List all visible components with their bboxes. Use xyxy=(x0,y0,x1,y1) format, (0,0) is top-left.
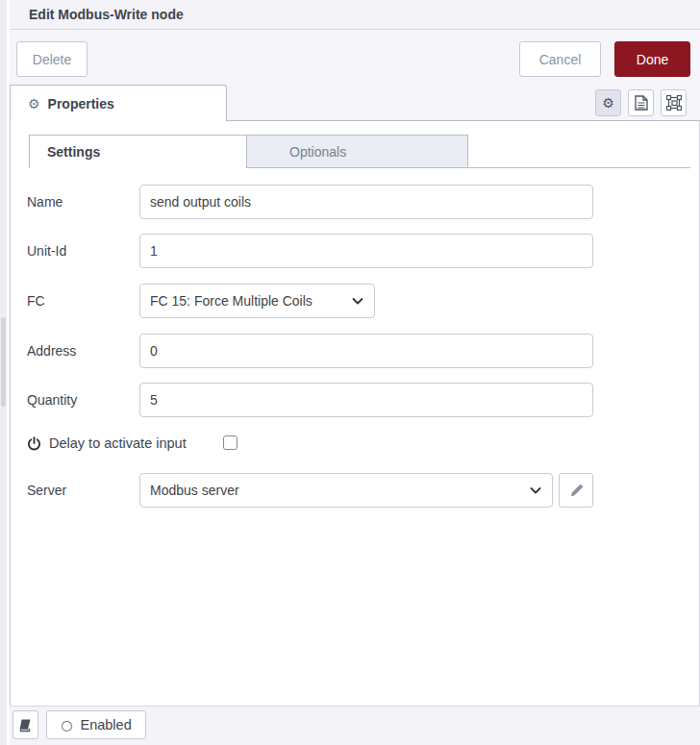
delay-label: Delay to activate input xyxy=(49,435,187,451)
left-scrollbar-track[interactable] xyxy=(0,0,7,745)
object-group-icon xyxy=(666,95,682,111)
left-scrollbar-thumb[interactable] xyxy=(1,317,6,407)
address-input[interactable] xyxy=(139,334,593,368)
server-select[interactable]: Modbus server xyxy=(139,473,553,508)
properties-tab-label: Properties xyxy=(48,96,114,112)
address-label: Address xyxy=(27,334,133,368)
quantity-label: Quantity xyxy=(27,383,133,417)
gear-icon: ⚙ xyxy=(602,95,614,111)
enabled-toggle-button[interactable]: ○ Enabled xyxy=(46,710,146,739)
tab-properties[interactable]: ⚙ Properties xyxy=(10,85,227,121)
name-label: Name xyxy=(27,185,133,219)
tab-optionals[interactable]: Optionals xyxy=(247,135,468,167)
dialog-title: Edit Modbus-Write node xyxy=(29,0,184,30)
delay-row: Delay to activate input xyxy=(27,433,187,454)
name-input[interactable] xyxy=(139,185,593,219)
appearance-view-button[interactable] xyxy=(661,89,687,116)
cancel-button[interactable]: Cancel xyxy=(519,41,601,77)
description-view-button[interactable] xyxy=(628,89,654,116)
server-select-value: Modbus server xyxy=(150,483,239,498)
delete-button[interactable]: Delete xyxy=(16,41,88,77)
unit-id-label: Unit-Id xyxy=(27,234,133,268)
pencil-icon xyxy=(569,484,584,498)
unit-id-input[interactable] xyxy=(139,234,593,268)
power-icon xyxy=(27,436,41,451)
chevron-down-icon xyxy=(529,484,542,497)
enabled-label: Enabled xyxy=(81,717,132,733)
delay-checkbox[interactable] xyxy=(223,435,238,450)
fc-select-value: FC 15: Force Multiple Coils xyxy=(150,293,312,309)
properties-view-button[interactable]: ⚙ xyxy=(595,89,621,116)
server-label: Server xyxy=(27,473,133,508)
quantity-input[interactable] xyxy=(139,383,593,417)
done-button[interactable]: Done xyxy=(614,41,690,77)
tab-settings[interactable]: Settings xyxy=(29,135,247,168)
gear-icon: ⚙ xyxy=(28,96,40,112)
chevron-down-icon xyxy=(351,294,364,308)
book-icon xyxy=(18,718,33,733)
docs-toggle-button[interactable] xyxy=(12,710,38,739)
edit-server-button[interactable] xyxy=(559,473,593,508)
fc-select[interactable]: FC 15: Force Multiple Coils xyxy=(139,284,375,318)
circle-icon: ○ xyxy=(61,718,72,732)
fc-label: FC xyxy=(27,284,133,318)
document-icon xyxy=(635,95,648,111)
